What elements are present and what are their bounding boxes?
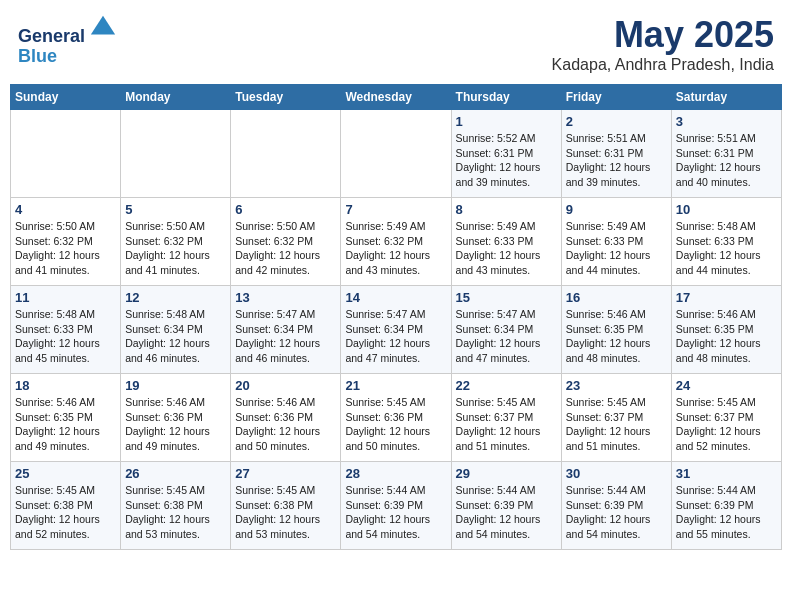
weekday-header-thursday: Thursday xyxy=(451,85,561,110)
day-info: Sunrise: 5:51 AM Sunset: 6:31 PM Dayligh… xyxy=(566,131,667,190)
calendar-cell: 2Sunrise: 5:51 AM Sunset: 6:31 PM Daylig… xyxy=(561,110,671,198)
weekday-header-tuesday: Tuesday xyxy=(231,85,341,110)
day-number: 14 xyxy=(345,290,446,305)
day-number: 16 xyxy=(566,290,667,305)
day-number: 26 xyxy=(125,466,226,481)
day-info: Sunrise: 5:46 AM Sunset: 6:36 PM Dayligh… xyxy=(235,395,336,454)
calendar-cell: 20Sunrise: 5:46 AM Sunset: 6:36 PM Dayli… xyxy=(231,374,341,462)
day-info: Sunrise: 5:45 AM Sunset: 6:36 PM Dayligh… xyxy=(345,395,446,454)
calendar-cell xyxy=(341,110,451,198)
calendar-cell: 31Sunrise: 5:44 AM Sunset: 6:39 PM Dayli… xyxy=(671,462,781,550)
day-info: Sunrise: 5:46 AM Sunset: 6:35 PM Dayligh… xyxy=(566,307,667,366)
calendar-cell: 9Sunrise: 5:49 AM Sunset: 6:33 PM Daylig… xyxy=(561,198,671,286)
calendar-cell: 30Sunrise: 5:44 AM Sunset: 6:39 PM Dayli… xyxy=(561,462,671,550)
day-info: Sunrise: 5:49 AM Sunset: 6:32 PM Dayligh… xyxy=(345,219,446,278)
day-info: Sunrise: 5:47 AM Sunset: 6:34 PM Dayligh… xyxy=(345,307,446,366)
calendar-cell: 22Sunrise: 5:45 AM Sunset: 6:37 PM Dayli… xyxy=(451,374,561,462)
calendar-cell xyxy=(121,110,231,198)
day-info: Sunrise: 5:51 AM Sunset: 6:31 PM Dayligh… xyxy=(676,131,777,190)
day-number: 1 xyxy=(456,114,557,129)
calendar-cell: 16Sunrise: 5:46 AM Sunset: 6:35 PM Dayli… xyxy=(561,286,671,374)
day-number: 9 xyxy=(566,202,667,217)
day-number: 2 xyxy=(566,114,667,129)
logo-blue: Blue xyxy=(18,47,117,67)
day-number: 19 xyxy=(125,378,226,393)
weekday-header-friday: Friday xyxy=(561,85,671,110)
day-info: Sunrise: 5:52 AM Sunset: 6:31 PM Dayligh… xyxy=(456,131,557,190)
calendar-cell: 14Sunrise: 5:47 AM Sunset: 6:34 PM Dayli… xyxy=(341,286,451,374)
day-number: 27 xyxy=(235,466,336,481)
calendar-cell xyxy=(231,110,341,198)
day-number: 24 xyxy=(676,378,777,393)
day-number: 13 xyxy=(235,290,336,305)
calendar-cell: 15Sunrise: 5:47 AM Sunset: 6:34 PM Dayli… xyxy=(451,286,561,374)
day-number: 6 xyxy=(235,202,336,217)
day-number: 12 xyxy=(125,290,226,305)
calendar-cell: 25Sunrise: 5:45 AM Sunset: 6:38 PM Dayli… xyxy=(11,462,121,550)
calendar-cell: 21Sunrise: 5:45 AM Sunset: 6:36 PM Dayli… xyxy=(341,374,451,462)
day-info: Sunrise: 5:50 AM Sunset: 6:32 PM Dayligh… xyxy=(235,219,336,278)
day-info: Sunrise: 5:45 AM Sunset: 6:38 PM Dayligh… xyxy=(15,483,116,542)
logo-icon xyxy=(89,14,117,42)
calendar-cell: 23Sunrise: 5:45 AM Sunset: 6:37 PM Dayli… xyxy=(561,374,671,462)
day-number: 10 xyxy=(676,202,777,217)
day-number: 11 xyxy=(15,290,116,305)
day-number: 21 xyxy=(345,378,446,393)
day-info: Sunrise: 5:46 AM Sunset: 6:35 PM Dayligh… xyxy=(15,395,116,454)
day-number: 3 xyxy=(676,114,777,129)
calendar-cell xyxy=(11,110,121,198)
day-info: Sunrise: 5:48 AM Sunset: 6:33 PM Dayligh… xyxy=(676,219,777,278)
calendar-cell: 17Sunrise: 5:46 AM Sunset: 6:35 PM Dayli… xyxy=(671,286,781,374)
calendar-cell: 26Sunrise: 5:45 AM Sunset: 6:38 PM Dayli… xyxy=(121,462,231,550)
calendar-cell: 10Sunrise: 5:48 AM Sunset: 6:33 PM Dayli… xyxy=(671,198,781,286)
day-info: Sunrise: 5:49 AM Sunset: 6:33 PM Dayligh… xyxy=(456,219,557,278)
day-info: Sunrise: 5:50 AM Sunset: 6:32 PM Dayligh… xyxy=(15,219,116,278)
day-info: Sunrise: 5:50 AM Sunset: 6:32 PM Dayligh… xyxy=(125,219,226,278)
day-info: Sunrise: 5:45 AM Sunset: 6:37 PM Dayligh… xyxy=(676,395,777,454)
day-info: Sunrise: 5:44 AM Sunset: 6:39 PM Dayligh… xyxy=(676,483,777,542)
day-number: 22 xyxy=(456,378,557,393)
svg-marker-0 xyxy=(91,16,115,35)
calendar-cell: 27Sunrise: 5:45 AM Sunset: 6:38 PM Dayli… xyxy=(231,462,341,550)
day-number: 17 xyxy=(676,290,777,305)
calendar-cell: 18Sunrise: 5:46 AM Sunset: 6:35 PM Dayli… xyxy=(11,374,121,462)
day-info: Sunrise: 5:47 AM Sunset: 6:34 PM Dayligh… xyxy=(456,307,557,366)
month-title: May 2025 xyxy=(552,14,774,56)
weekday-header-wednesday: Wednesday xyxy=(341,85,451,110)
calendar-cell: 8Sunrise: 5:49 AM Sunset: 6:33 PM Daylig… xyxy=(451,198,561,286)
day-number: 31 xyxy=(676,466,777,481)
day-number: 20 xyxy=(235,378,336,393)
day-info: Sunrise: 5:45 AM Sunset: 6:38 PM Dayligh… xyxy=(235,483,336,542)
day-number: 7 xyxy=(345,202,446,217)
calendar-cell: 1Sunrise: 5:52 AM Sunset: 6:31 PM Daylig… xyxy=(451,110,561,198)
logo-text: General xyxy=(18,14,117,47)
weekday-header-sunday: Sunday xyxy=(11,85,121,110)
title-block: May 2025 Kadapa, Andhra Pradesh, India xyxy=(552,14,774,74)
day-info: Sunrise: 5:49 AM Sunset: 6:33 PM Dayligh… xyxy=(566,219,667,278)
day-info: Sunrise: 5:45 AM Sunset: 6:37 PM Dayligh… xyxy=(456,395,557,454)
day-number: 28 xyxy=(345,466,446,481)
calendar-cell: 13Sunrise: 5:47 AM Sunset: 6:34 PM Dayli… xyxy=(231,286,341,374)
day-info: Sunrise: 5:44 AM Sunset: 6:39 PM Dayligh… xyxy=(345,483,446,542)
day-number: 18 xyxy=(15,378,116,393)
page-header: General Blue May 2025 Kadapa, Andhra Pra… xyxy=(10,10,782,78)
day-number: 23 xyxy=(566,378,667,393)
calendar-cell: 4Sunrise: 5:50 AM Sunset: 6:32 PM Daylig… xyxy=(11,198,121,286)
weekday-header-saturday: Saturday xyxy=(671,85,781,110)
day-info: Sunrise: 5:45 AM Sunset: 6:38 PM Dayligh… xyxy=(125,483,226,542)
calendar-cell: 7Sunrise: 5:49 AM Sunset: 6:32 PM Daylig… xyxy=(341,198,451,286)
calendar-cell: 5Sunrise: 5:50 AM Sunset: 6:32 PM Daylig… xyxy=(121,198,231,286)
calendar-table: SundayMondayTuesdayWednesdayThursdayFrid… xyxy=(10,84,782,550)
day-info: Sunrise: 5:44 AM Sunset: 6:39 PM Dayligh… xyxy=(456,483,557,542)
day-number: 29 xyxy=(456,466,557,481)
day-number: 15 xyxy=(456,290,557,305)
calendar-cell: 24Sunrise: 5:45 AM Sunset: 6:37 PM Dayli… xyxy=(671,374,781,462)
day-info: Sunrise: 5:47 AM Sunset: 6:34 PM Dayligh… xyxy=(235,307,336,366)
logo: General Blue xyxy=(18,14,117,67)
calendar-cell: 19Sunrise: 5:46 AM Sunset: 6:36 PM Dayli… xyxy=(121,374,231,462)
day-info: Sunrise: 5:45 AM Sunset: 6:37 PM Dayligh… xyxy=(566,395,667,454)
day-info: Sunrise: 5:44 AM Sunset: 6:39 PM Dayligh… xyxy=(566,483,667,542)
day-info: Sunrise: 5:46 AM Sunset: 6:35 PM Dayligh… xyxy=(676,307,777,366)
day-number: 8 xyxy=(456,202,557,217)
day-number: 30 xyxy=(566,466,667,481)
